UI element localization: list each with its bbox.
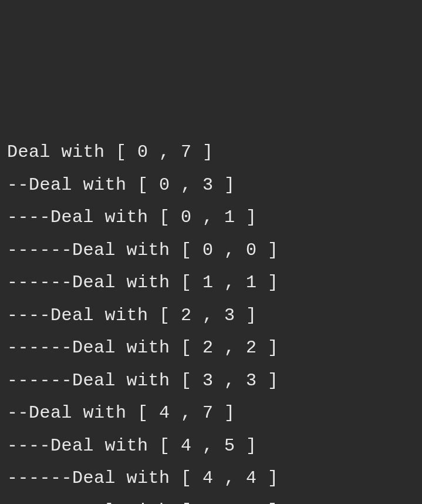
output-line: ------Deal with [ 0 , 0 ] [7,234,415,267]
terminal-output: Deal with [ 0 , 7 ]--Deal with [ 0 , 3 ]… [7,136,415,504]
output-line: ------Deal with [ 4 , 4 ] [7,462,415,495]
output-line: ------Deal with [ 5 , 5 ] [7,495,415,505]
output-line: ------Deal with [ 2 , 2 ] [7,332,415,365]
output-line: ----Deal with [ 0 , 1 ] [7,201,415,234]
output-line: ------Deal with [ 1 , 1 ] [7,267,415,300]
output-line: --Deal with [ 4 , 7 ] [7,397,415,430]
output-line: ----Deal with [ 2 , 3 ] [7,300,415,332]
output-line: ----Deal with [ 4 , 5 ] [7,430,415,463]
output-line: Deal with [ 0 , 7 ] [7,136,415,169]
output-line: --Deal with [ 0 , 3 ] [7,169,415,202]
output-line: ------Deal with [ 3 , 3 ] [7,365,415,398]
